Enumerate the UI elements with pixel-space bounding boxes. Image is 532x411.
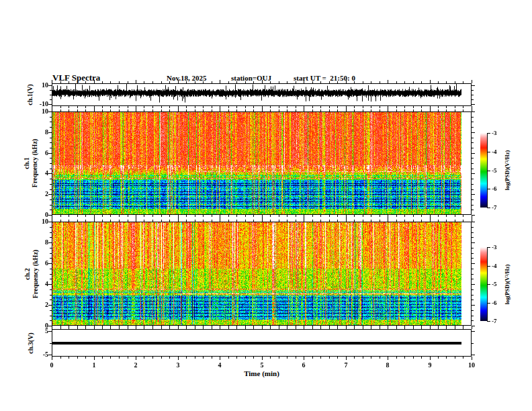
tick-mark: [413, 109, 414, 111]
y-tick-label: 8: [31, 238, 48, 246]
tick-mark: [128, 106, 128, 108]
tick-mark: [320, 106, 321, 108]
tick-mark: [52, 108, 52, 111]
tick-mark: [186, 81, 187, 83]
tick-mark: [203, 220, 204, 222]
ch1-frequency-axis-label-line1: ch.1: [23, 111, 31, 215]
tick-mark: [337, 109, 338, 111]
tick-mark: [94, 357, 95, 360]
tick-mark: [404, 215, 405, 217]
tick-mark: [472, 153, 475, 154]
colorbar-tick-label: -3: [492, 244, 497, 250]
tick-mark: [455, 220, 455, 222]
tick-mark: [320, 215, 321, 217]
tick-mark: [287, 215, 287, 217]
tick-mark: [396, 215, 397, 217]
tick-mark: [85, 357, 86, 359]
tick-mark: [152, 327, 153, 329]
tick-mark: [337, 327, 338, 329]
tick-mark: [487, 189, 490, 189]
tick-mark: [329, 109, 330, 111]
tick-mark: [287, 327, 287, 329]
tick-mark: [446, 220, 447, 222]
tick-mark: [380, 106, 380, 108]
tick-mark: [279, 357, 279, 359]
tick-mark: [463, 357, 463, 359]
tick-mark: [195, 215, 195, 217]
tick-mark: [396, 220, 397, 222]
tick-mark: [85, 327, 86, 329]
tick-mark: [270, 357, 271, 359]
tick-mark: [60, 106, 61, 108]
tick-mark: [279, 106, 279, 108]
tick-mark: [337, 106, 338, 108]
tick-mark: [472, 279, 474, 279]
tick-mark: [329, 220, 330, 222]
tick-mark: [421, 215, 422, 217]
tick-mark: [50, 189, 52, 190]
tick-mark: [337, 215, 338, 217]
colorbar-tick-label: -7: [492, 204, 497, 211]
tick-mark: [404, 357, 405, 359]
tick-mark: [48, 242, 52, 243]
tick-mark: [421, 327, 422, 329]
tick-mark: [52, 218, 52, 222]
tick-mark: [102, 109, 103, 111]
tick-mark: [212, 215, 212, 217]
x-tick-label: 0: [44, 361, 60, 369]
tick-mark: [50, 142, 52, 143]
tick-mark: [380, 109, 380, 111]
tick-mark: [320, 109, 321, 111]
tick-mark: [69, 81, 69, 83]
tick-mark: [487, 133, 490, 134]
tick-mark: [169, 81, 170, 83]
tick-mark: [354, 106, 355, 108]
tick-mark: [404, 220, 405, 222]
tick-mark: [186, 357, 187, 359]
tick-mark: [228, 106, 229, 108]
tick-mark: [396, 327, 397, 329]
tick-mark: [312, 215, 313, 217]
tick-mark: [472, 205, 474, 205]
tick-mark: [287, 109, 287, 111]
tick-mark: [48, 331, 52, 332]
tick-mark: [320, 81, 321, 83]
tick-mark: [279, 81, 279, 83]
tick-mark: [50, 279, 52, 279]
tick-mark: [380, 220, 380, 222]
tick-mark: [144, 327, 144, 329]
tick-mark: [220, 108, 220, 111]
tick-mark: [446, 357, 447, 359]
tick-mark: [413, 327, 414, 329]
tick-mark: [463, 327, 463, 329]
tick-mark: [144, 109, 144, 111]
x-tick-label: 1: [86, 361, 102, 369]
tick-mark: [152, 106, 153, 108]
tick-mark: [487, 266, 490, 267]
tick-mark: [161, 215, 162, 217]
tick-mark: [50, 122, 52, 122]
tick-mark: [371, 81, 371, 83]
tick-mark: [262, 357, 263, 360]
tick-mark: [50, 316, 52, 316]
tick-mark: [279, 220, 279, 222]
tick-mark: [128, 109, 128, 111]
y-tick-label: 6: [31, 259, 48, 267]
tick-mark: [50, 227, 52, 228]
tick-mark: [371, 220, 371, 222]
x-tick-label: 5: [254, 361, 270, 369]
tick-mark: [487, 171, 490, 171]
tick-mark: [245, 357, 246, 359]
tick-mark: [438, 357, 439, 359]
tick-mark: [161, 109, 162, 111]
tick-mark: [236, 215, 237, 217]
tick-mark: [186, 327, 187, 329]
tick-mark: [472, 85, 475, 86]
colorbar-tick-label: -4: [492, 148, 497, 155]
tick-mark: [472, 232, 474, 233]
tick-mark: [472, 222, 475, 222]
tick-mark: [296, 220, 296, 222]
tick-mark: [152, 81, 153, 83]
tick-mark: [380, 357, 380, 359]
tick-mark: [296, 81, 296, 83]
